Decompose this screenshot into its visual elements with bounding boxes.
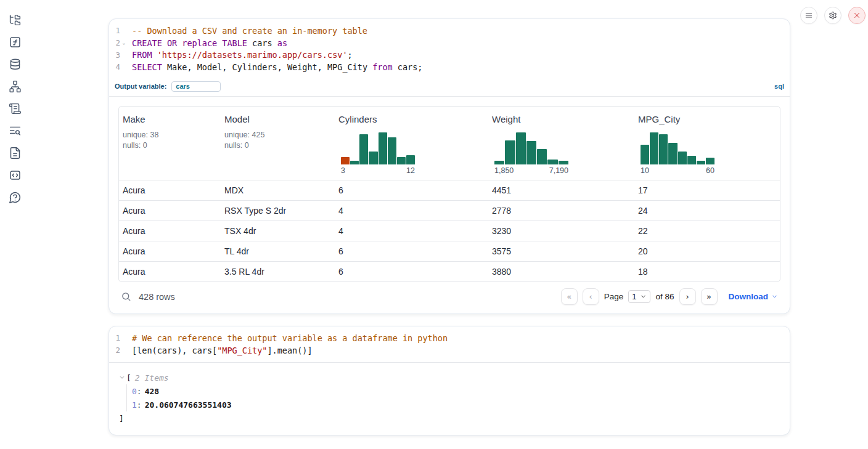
function-square-icon — [9, 36, 22, 49]
items-count-label: 2 Items — [135, 373, 169, 382]
code-line: 4SELECT Make, Model, Cylinders, Weight, … — [109, 61, 790, 73]
code-content: -- Download a CSV and create an in-memor… — [128, 26, 367, 36]
code-box-icon — [9, 169, 22, 182]
table-cell: TL 4dr — [221, 246, 335, 256]
table-row[interactable]: AcuraTSX 4dr4323022 — [119, 220, 780, 241]
column-title[interactable]: MPG_City — [638, 114, 776, 124]
table-row[interactable]: AcuraTL 4dr6357520 — [119, 241, 780, 261]
histogram-bar — [641, 145, 649, 164]
fold-chevron-icon[interactable]: ⌄ — [120, 40, 128, 46]
histogram-bar — [388, 137, 396, 164]
table-row[interactable]: Acura3.5 RL 4dr6388018 — [119, 261, 780, 281]
language-badge: sql — [774, 83, 784, 90]
histogram-bar — [406, 155, 415, 164]
sidebar-panel-switcher — [0, 0, 30, 449]
column-header-make[interactable]: Makeunique: 38nulls: 0 — [119, 107, 221, 180]
column-header-mpg_city[interactable]: MPG_City1060 — [634, 107, 780, 180]
histogram-bar — [379, 132, 387, 164]
column-stats: unique: 425nulls: 0 — [224, 130, 331, 151]
table-cell: RSX Type S 2dr — [221, 206, 335, 216]
table-cell: MDX — [221, 185, 335, 195]
notebook-actions — [800, 7, 866, 24]
sidebar-item-snippets[interactable] — [7, 168, 22, 182]
histogram-bar — [687, 156, 696, 164]
python-output: [ 2 Items 0:4281:20.060747663551403 ] — [109, 363, 790, 435]
column-header-cylinders[interactable]: Cylinders312 — [335, 107, 488, 180]
sidebar-item-scratchpad[interactable] — [7, 101, 22, 116]
column-title[interactable]: Model — [224, 114, 331, 124]
sidebar-item-functions[interactable] — [7, 34, 22, 49]
column-histogram[interactable] — [641, 132, 714, 164]
download-button[interactable]: Download — [729, 292, 779, 301]
tree-entry-value: 428 — [145, 387, 159, 396]
code-content: CREATE OR replace TABLE cars as — [128, 38, 287, 48]
page-select[interactable]: 1 — [628, 290, 650, 303]
column-histogram[interactable] — [494, 132, 568, 164]
table-cell: 6 — [335, 246, 488, 256]
column-title[interactable]: Cylinders — [338, 114, 485, 124]
output-variable-input[interactable] — [171, 81, 221, 92]
histogram-axis: 1,8507,190 — [494, 166, 568, 175]
histogram-bar — [697, 161, 705, 164]
line-number: 1 — [109, 333, 120, 342]
network-icon — [9, 80, 22, 93]
pagination: « ‹ Page 1 of 86 › » Download — [561, 288, 778, 305]
output-variable-label: Output variable: — [115, 83, 166, 90]
code-line: 3FROM 'https://datasets.marimo.app/cars.… — [109, 49, 790, 61]
code-line: 2[len(cars), cars["MPG_City"].mean()] — [109, 344, 790, 357]
first-page-button[interactable]: « — [561, 288, 578, 305]
download-label: Download — [729, 292, 769, 301]
column-header-weight[interactable]: Weight1,8507,190 — [488, 107, 634, 180]
python-editor[interactable]: 1# We can reference the output variable … — [109, 326, 790, 363]
table-row[interactable]: AcuraRSX Type S 2dr4277824 — [119, 200, 780, 220]
column-title[interactable]: Make — [123, 114, 217, 124]
table-row[interactable]: AcuraMDX6445117 — [119, 180, 780, 200]
prev-page-button[interactable]: ‹ — [583, 288, 599, 305]
collapse-toggle[interactable] — [119, 374, 125, 381]
sidebar-item-dependency-graph[interactable] — [7, 79, 22, 94]
column-histogram[interactable] — [341, 132, 415, 164]
sidebar-item-documentation[interactable] — [7, 145, 22, 160]
table-cell: 3575 — [488, 246, 634, 256]
tree-entry: 0:428 — [132, 384, 780, 398]
next-page-button[interactable]: › — [679, 288, 696, 305]
close-icon — [853, 11, 861, 20]
last-page-button[interactable]: » — [701, 288, 718, 305]
column-header-model[interactable]: Modelunique: 425nulls: 0 — [221, 107, 335, 180]
sidebar-item-help[interactable] — [7, 190, 22, 204]
tree-entry: 1:20.060747663551403 — [132, 398, 780, 411]
code-line: 2⌄CREATE OR replace TABLE cars as — [109, 37, 790, 49]
line-number: 4 — [109, 62, 120, 71]
interrupt-button[interactable] — [848, 7, 866, 24]
code-content: SELECT Make, Model, Cylinders, Weight, M… — [128, 62, 422, 72]
histogram-bar — [359, 134, 368, 164]
code-content: FROM 'https://datasets.marimo.app/cars.c… — [128, 50, 353, 60]
line-number: 2 — [109, 346, 120, 355]
page-label: Page — [604, 292, 624, 301]
table-cell: Acura — [119, 206, 221, 216]
histogram-bar — [659, 134, 668, 164]
settings-button[interactable] — [824, 7, 841, 24]
tree-entries: 0:4281:20.060747663551403 — [126, 384, 780, 411]
sql-editor[interactable]: 1-- Download a CSV and create an in-memo… — [109, 19, 790, 79]
code-line: 1# We can reference the output variable … — [109, 332, 790, 344]
sql-cell: 1-- Download a CSV and create an in-memo… — [108, 18, 790, 314]
sidebar-item-logs[interactable] — [7, 123, 22, 138]
histogram-bar — [706, 158, 714, 164]
search-icon[interactable] — [121, 291, 131, 302]
sidebar-item-file-explorer[interactable] — [7, 12, 22, 27]
menu-button[interactable] — [800, 7, 817, 24]
chevron-down-icon — [119, 374, 125, 381]
folder-tree-icon — [9, 14, 22, 26]
table-cell: TSX 4dr — [221, 226, 335, 236]
histogram-bar — [516, 132, 526, 164]
tree-entry-key: 0 — [132, 387, 137, 396]
page-select-value: 1 — [632, 292, 636, 301]
sidebar-item-datasources[interactable] — [7, 57, 22, 71]
code-content: # We can reference the output variable a… — [128, 333, 448, 343]
column-title[interactable]: Weight — [492, 114, 631, 124]
table-header: Makeunique: 38nulls: 0Modelunique: 425nu… — [119, 107, 780, 180]
table-cell: 18 — [634, 267, 780, 277]
close-bracket: ] — [119, 414, 124, 423]
table-cell: 2778 — [488, 206, 634, 216]
